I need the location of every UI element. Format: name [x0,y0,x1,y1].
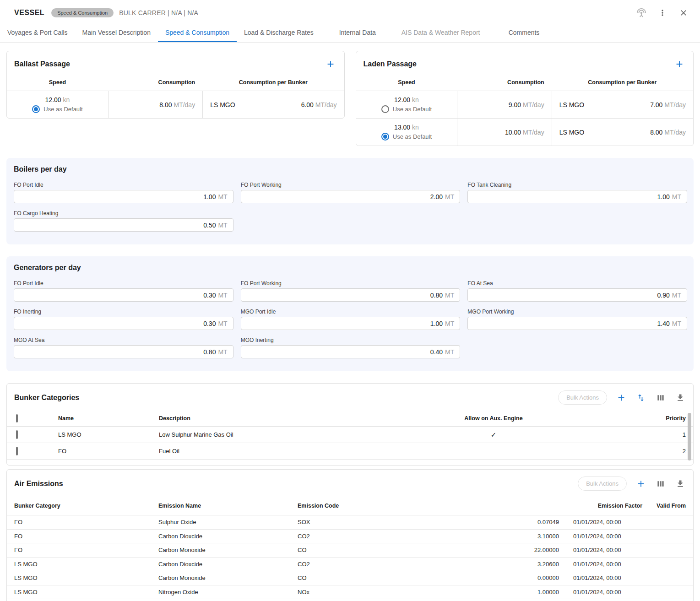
laden-row[interactable]: 12.00 kn Use as Default 9.00 MT/day LS M… [356,91,694,118]
row-checkbox[interactable] [16,430,18,439]
emission-code: CO2 [298,561,310,568]
generators-per-day-section: Generators per day FO Port Idle 0.30MT F… [6,256,694,371]
columns-icon[interactable] [655,392,666,403]
use-as-default-radio[interactable]: Use as Default [32,105,82,113]
tab-load-discharge-rates[interactable]: Load & Discharge Rates [237,23,321,42]
table-row[interactable]: LS MGO Nitrogen Oxide NOx1.00000 01/01/2… [7,585,693,600]
gen-fo-port-idle-input[interactable]: 0.30MT [14,288,233,302]
bunker-categories-title: Bunker Categories [14,394,79,402]
laden-row[interactable]: 13.00 kn Use as Default 10.00 MT/day LS … [356,118,694,146]
gen-fo-at-sea-input[interactable]: 0.90MT [467,288,687,302]
gen-mgo-at-sea-input[interactable]: 0.80MT [14,345,233,358]
table-row[interactable]: FO Carbon Dioxcide CO23.10000 01/01/2024… [7,530,693,544]
tab-speed-consumption[interactable]: Speed & Consumption [158,23,237,42]
column-valid-from: Emission FactorValid From [559,503,686,509]
gen-mgo-port-idle-input[interactable]: 1.00MT [241,317,461,330]
gen-fo-port-working-input[interactable]: 0.80MT [241,288,461,302]
fo-port-working-input[interactable]: 2.00MT [241,190,461,203]
column-consumption: Consumption [457,79,551,86]
emission-name: Nitrogen Oxide [158,589,298,596]
table-row[interactable]: FO Sulphur Oxide SOX0.07049 01/01/2024, … [7,515,693,530]
tab-ais-data-weather-report[interactable]: AIS Data & Weather Report [394,23,488,42]
bunker-table-header: Name Description Allow on Aux. Engine Pr… [7,410,693,427]
emission-factor: CO23.10000 [298,533,559,540]
radio-icon[interactable] [381,105,389,113]
add-ballast-speed-button[interactable] [325,59,336,70]
table-row[interactable]: LS MGO Carbon Dioxcide CO23.20600 01/01/… [7,558,693,572]
emission-category: LS MGO [14,574,158,581]
field-mgo-port-working: MGO Port Working 1.40MT [467,309,687,330]
status-badge: Speed & Consumption [51,8,114,17]
emission-name: Carbon Monoxide [158,547,298,553]
row-checkbox[interactable] [16,447,18,455]
sort-icon[interactable] [635,392,646,403]
boilers-title: Boilers per day [14,165,687,173]
column-emission-name: Emission Name [158,503,298,509]
emission-code: CO2 [298,533,310,540]
emission-category: FO [14,533,158,540]
use-as-default-radio[interactable]: Use as Default [381,133,432,141]
consumption-cell: 10.00 MT/day [457,119,551,146]
fo-cargo-heating-input[interactable]: 0.50MT [14,218,233,232]
bulk-actions-button[interactable]: Bulk Actions [578,476,627,491]
emission-valid-from: 01/01/2024, 00:00 [559,589,686,596]
add-bunker-category-button[interactable] [616,392,627,403]
air-emissions-title: Air Emissions [14,480,63,488]
emission-factor: CO22.00000 [298,547,559,553]
column-priority: Priority [553,415,686,422]
generators-title: Generators per day [14,264,687,272]
gen-mgo-inerting-input[interactable]: 0.40MT [241,345,461,358]
column-consumption: Consumption [108,79,202,86]
antenna-icon[interactable] [636,7,647,18]
bunker-priority: 2 [553,448,686,455]
field-fo-inerting: FO Inerting 0.30MT [14,309,233,330]
tab-internal-data[interactable]: Internal Data [321,23,394,42]
column-speed: Speed [356,79,457,86]
table-row[interactable]: FO Fuel Oil 2 [7,443,693,460]
tab-main-vessel-description[interactable]: Main Vessel Description [75,23,158,42]
fo-tank-cleaning-input[interactable]: 1.00MT [467,190,687,203]
vessel-subtitle: BULK CARRER | N/A | N/A [119,9,198,16]
select-all-checkbox[interactable] [16,414,18,422]
radio-icon[interactable] [381,133,389,141]
emission-category: LS MGO [14,561,158,568]
speed-value: 12.00 kn [45,96,70,103]
boilers-per-day-section: Boilers per day FO Port Idle 1.00MT FO P… [6,158,694,244]
emissions-table-header: Bunker Category Emission Name Emission C… [7,496,693,515]
ballast-row[interactable]: 12.00 kn Use as Default 8.00 MT/day LS M… [7,91,344,118]
emission-code: CO [298,547,307,553]
bunker-consumption-cell: LS MGO 7.00 MT/day [552,91,693,118]
fo-port-idle-input[interactable]: 1.00MT [14,190,233,203]
add-emission-button[interactable] [635,478,646,489]
kebab-menu-icon[interactable] [657,7,668,18]
tab-voyages-port-calls[interactable]: Voyages & Port Calls [0,23,75,42]
columns-icon[interactable] [655,478,666,489]
tab-bar: Voyages & Port Calls Main Vessel Descrip… [0,23,700,43]
download-icon[interactable] [675,478,686,489]
emission-code: SOX [298,519,310,525]
tab-comments[interactable]: Comments [488,23,561,42]
field-mgo-inerting: MGO Inerting 0.40MT [241,337,461,358]
emission-valid-from: 01/01/2024, 00:00 [559,561,686,568]
close-icon[interactable] [678,7,689,18]
bunker-description: Low Sulphur Marine Gas Oil [159,431,434,438]
download-icon[interactable] [675,392,686,403]
column-consumption-per-bunker: Consumption per Bunker [202,79,344,86]
gen-fo-inerting-input[interactable]: 0.30MT [14,317,233,330]
table-scrollbar[interactable] [688,413,691,460]
bunker-description: Fuel Oil [159,448,434,455]
radio-icon[interactable] [32,105,40,113]
table-row[interactable]: LS MGO Low Sulphur Marine Gas Oil ✓ 1 [7,427,693,443]
use-as-default-radio[interactable]: Use as Default [381,105,432,113]
gen-mgo-port-working-input[interactable]: 1.40MT [467,317,687,330]
bunker-name: LS MGO [58,431,159,438]
add-laden-speed-button[interactable] [674,59,685,70]
consumption-cell: 9.00 MT/day [457,91,551,118]
emission-name: Sulphur Oxide [158,519,298,525]
emission-factor: CO0.00000 [298,574,559,581]
emission-factor: SOX0.07049 [298,519,559,525]
bulk-actions-button[interactable]: Bulk Actions [558,390,607,405]
table-row[interactable]: FO Carbon Monoxide CO22.00000 01/01/2024… [7,543,693,558]
laden-passage-title: Laden Passage [364,60,417,68]
table-row[interactable]: LS MGO Carbon Monoxide CO0.00000 01/01/2… [7,571,693,585]
